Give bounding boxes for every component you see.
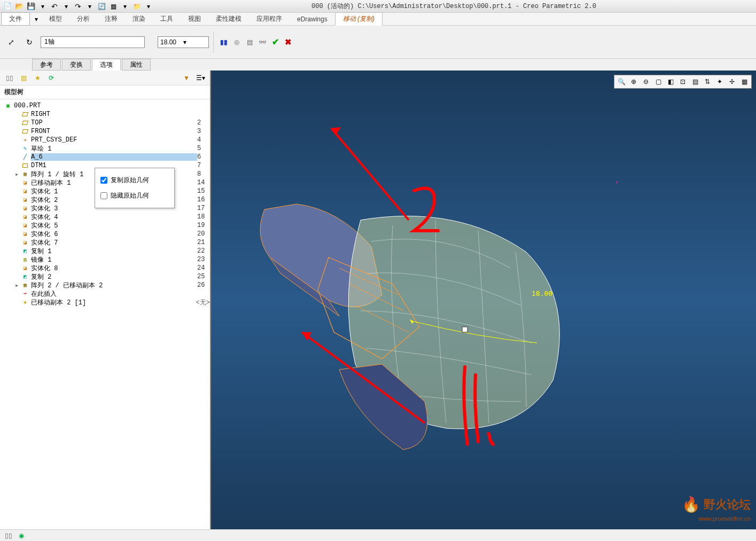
tree-item[interactable]: RIGHT [0,110,210,119]
tree-settings-button[interactable]: ☰▾ [194,72,207,84]
tree-item[interactable]: ◈已移动副本 2 [1]<无> [0,298,210,307]
tree-toolbar: ▯▯ ▤ ★ ⟳ ▼ ☰▾ [0,70,210,85]
tree-item[interactable]: ➡在此插入 [0,289,210,298]
tree-item[interactable]: ▸▦阵列 2 / 已移动副本 226 [0,281,210,289]
tree-item[interactable]: FRONT3 [0,127,210,136]
move-type-button[interactable] [4,35,18,49]
new-file-button[interactable] [2,1,13,12]
undo-button[interactable] [49,1,60,12]
copy-original-checkbox[interactable] [100,177,107,184]
tree-item-number: 15 [197,187,210,195]
datum-point-icon[interactable]: ✦ [714,76,726,87]
hide-original-checkbox[interactable] [100,192,107,199]
zoom-fit-icon[interactable]: 🔍 [615,76,627,87]
preview-button[interactable]: ▤ [244,36,255,48]
tree-item[interactable]: ◪实体化 721 [0,238,210,247]
menu-annotate[interactable]: 注释 [97,13,125,25]
pause-button[interactable]: ▮▮ [218,36,230,48]
undo-dropdown[interactable]: ▾ [61,1,72,12]
file-menu[interactable]: 文件 [1,12,30,26]
feat-icon: ▦ [21,282,29,288]
file-menu-dropdown[interactable]: ▾ [31,14,42,25]
annotation-icon[interactable]: ▦ [738,76,750,87]
tree-item[interactable]: ◩复制 225 [0,272,210,281]
dimension-label[interactable]: 18.00 [532,289,552,297]
part-icon: ▣ [4,103,12,109]
window-button[interactable] [108,1,119,12]
menu-edrawings[interactable]: eDrawings [290,14,335,25]
saved-views-icon[interactable]: ⊡ [677,76,689,87]
axis-icon: ╱ [21,154,29,160]
menu-model[interactable]: 模型 [42,13,69,25]
subtab-options[interactable]: 选项 [92,59,121,70]
menu-apps[interactable]: 应用程序 [249,13,290,25]
qat-customize[interactable]: ▾ [143,1,154,12]
tree-tool-1[interactable]: ▯▯ [3,72,16,84]
shading-icon[interactable]: ◧ [665,76,676,87]
tree-item[interactable]: ◩复制 122 [0,247,210,255]
menu-analysis[interactable]: 分析 [69,13,97,25]
expand-icon[interactable]: ▸ [15,170,20,178]
sub-tabs: 参考 变换 选项 属性 [0,59,756,70]
glasses-icon[interactable]: 👓 [256,36,268,48]
status-tool-2[interactable]: ◉ [16,531,27,540]
tree-item[interactable]: ▥镜像 123 [0,255,210,264]
menu-view[interactable]: 视图 [181,13,208,25]
tree-item-number: 26 [197,281,210,289]
folder-button[interactable] [131,1,142,12]
regenerate-button[interactable] [96,1,107,12]
model-tree[interactable]: ▣ 000.PRT RIGHTTOP2FRONT3✳PRT_CSYS_DEF4✎… [0,99,210,529]
tree-tool-star[interactable]: ★ [31,72,44,84]
tree-tool-layers[interactable]: ▤ [17,72,30,84]
info-button[interactable]: ◎ [231,36,243,48]
zoom-in-icon[interactable]: ⊕ [628,76,640,87]
window-dropdown[interactable]: ▾ [120,1,130,12]
viewport-toolbar: 🔍 ⊕ ⊖ ▢ ◧ ⊡ ▤ ⇅ ✦ ✢ ▦ [614,75,752,89]
3d-viewport[interactable]: 🔍 ⊕ ⊖ ▢ ◧ ⊡ ▤ ⇅ ✦ ✢ ▦ [211,70,756,529]
csys-display-icon[interactable]: ✢ [726,76,738,87]
tree-item[interactable]: ◪实体化 824 [0,264,210,272]
expand-icon[interactable]: ▸ [15,281,20,289]
copy-icon: ◩ [21,273,29,280]
subtab-reference[interactable]: 参考 [32,59,61,70]
feat-icon: ▦ [21,171,29,177]
title-bar: ▾ ▾ ▾ ▾ ▾ 000 (活动的) C:\Users\Administrat… [0,0,756,13]
tree-item[interactable]: ◪实体化 519 [0,221,210,230]
cancel-button[interactable]: ✖ [282,36,294,48]
tree-tool-refresh[interactable]: ⟳ [45,72,58,84]
redo-button[interactable] [73,1,83,12]
repaint-icon[interactable]: ▢ [652,76,664,87]
tree-root[interactable]: ▣ 000.PRT [0,101,210,110]
menu-tools[interactable]: 工具 [153,13,181,25]
subtab-properties[interactable]: 属性 [122,59,151,70]
open-file-button[interactable] [14,1,25,12]
zoom-out-icon[interactable]: ⊖ [640,76,652,87]
datum-plane-icon[interactable]: ▤ [689,76,701,87]
menu-render[interactable]: 渲染 [125,13,153,25]
body-icon: ◪ [21,197,29,203]
redo-dropdown[interactable]: ▾ [84,1,95,12]
tree-item[interactable]: ✳PRT_CSYS_DEF4 [0,136,210,144]
tree-item[interactable]: ✎草绘 15 [0,144,210,153]
tree-item[interactable]: ◪实体化 418 [0,213,210,221]
tree-filter-button[interactable]: ▼ [180,72,193,84]
menu-move-copy[interactable]: 移动 (复制) [335,12,383,26]
value-dropdown[interactable]: 18.00 ▾ [158,36,209,48]
menu-flex[interactable]: 柔性建模 [208,13,249,25]
ribbon-toolbar: 18.00 ▾ ▮▮ ◎ ▤ 👓 ✔ ✖ [0,26,756,59]
save-button[interactable] [26,1,36,12]
tree-item[interactable]: TOP2 [0,119,210,127]
rotate-button[interactable] [22,35,36,49]
datum-axis-icon[interactable]: ⇅ [702,76,713,87]
confirm-button[interactable]: ✔ [269,36,281,48]
tree-item[interactable]: ╱A_66 [0,153,210,161]
axis-input[interactable] [41,36,145,48]
save-dropdown[interactable]: ▾ [37,1,48,12]
copy-icon: ◩ [21,248,29,254]
subtab-transform[interactable]: 变换 [62,59,91,70]
body-icon: ◪ [21,214,29,220]
status-tool-1[interactable]: ▯▯ [3,531,14,540]
tree-item-number: 6 [197,153,210,161]
body-icon: ◪ [21,265,29,271]
tree-item[interactable]: ◪实体化 620 [0,230,210,238]
